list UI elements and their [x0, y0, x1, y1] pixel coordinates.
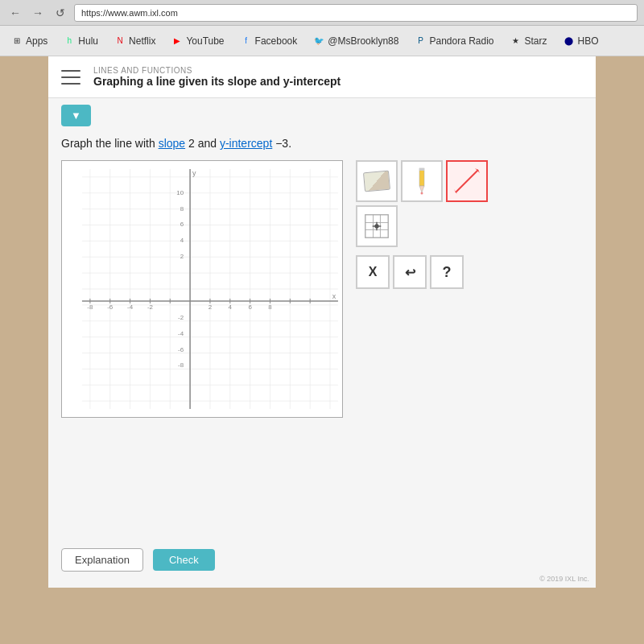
- svg-line-64: [456, 170, 478, 192]
- tools-row-3: X ↩ ?: [356, 255, 488, 289]
- svg-text:-8: -8: [178, 361, 184, 369]
- clear-button[interactable]: X: [356, 255, 390, 289]
- dropdown-arrow-icon: ▼: [71, 109, 81, 122]
- svg-text:6: 6: [180, 221, 184, 228]
- svg-text:y: y: [192, 169, 196, 177]
- intercept-value: −3.: [272, 137, 291, 150]
- svg-text:-2: -2: [147, 303, 154, 311]
- line-tool-button[interactable]: [446, 160, 488, 202]
- starz-label: Starz: [525, 35, 547, 47]
- hbo-icon: ⬤: [564, 35, 575, 47]
- bookmark-pandora[interactable]: P Pandora Radio: [410, 34, 498, 48]
- svg-text:8: 8: [180, 205, 184, 213]
- intercept-term: y-intercept: [220, 137, 272, 150]
- facebook-icon: f: [241, 35, 252, 47]
- svg-text:x: x: [332, 292, 336, 300]
- problem-text-before: Graph the line with: [61, 137, 159, 150]
- svg-text:4: 4: [229, 303, 233, 311]
- svg-rect-62: [419, 168, 424, 171]
- check-button[interactable]: Check: [153, 549, 215, 571]
- slope-term: slope: [159, 137, 185, 150]
- bottom-actions: Explanation Check: [61, 548, 215, 572]
- address-bar[interactable]: https://www.awm.ixl.com: [74, 4, 638, 22]
- svg-text:-6: -6: [178, 346, 184, 353]
- twitter-label: @MsBrooklyn88: [328, 35, 398, 47]
- eraser-tool-button[interactable]: [356, 160, 398, 202]
- bookmark-youtube[interactable]: ▶ YouTube: [167, 34, 229, 48]
- netflix-icon: N: [114, 35, 126, 47]
- svg-point-63: [421, 192, 423, 195]
- undo-icon: ↩: [405, 265, 415, 280]
- apps-label: Apps: [26, 35, 47, 47]
- svg-rect-60: [419, 168, 424, 186]
- hamburger-menu-button[interactable]: [61, 70, 80, 85]
- browser-chrome: ← → ↺ https://www.awm.ixl.com ⊞ Apps h H…: [0, 0, 644, 56]
- svg-text:2: 2: [180, 253, 184, 260]
- slope-value: 2: [185, 137, 195, 150]
- pencil-tool-button[interactable]: [401, 160, 443, 202]
- facebook-label: Facebook: [255, 35, 298, 47]
- back-button[interactable]: ←: [6, 4, 24, 22]
- bookmark-facebook[interactable]: f Facebook: [236, 34, 303, 48]
- bookmark-hulu[interactable]: h Hulu: [59, 34, 103, 48]
- bookmarks-bar: ⊞ Apps h Hulu N Netflix ▶ YouTube f Face…: [0, 26, 644, 56]
- youtube-icon: ▶: [171, 35, 183, 47]
- apps-icon: ⊞: [11, 35, 23, 47]
- help-button[interactable]: ?: [430, 255, 464, 289]
- help-icon: ?: [443, 264, 452, 281]
- youtube-label: YouTube: [186, 35, 224, 47]
- svg-marker-61: [419, 186, 424, 192]
- svg-text:8: 8: [268, 303, 272, 311]
- svg-text:10: 10: [176, 189, 184, 196]
- copyright-text: © 2019 IXL Inc.: [539, 575, 589, 583]
- hulu-label: Hulu: [78, 35, 98, 47]
- netflix-label: Netflix: [129, 35, 155, 47]
- app-topbar: Lines and Functions Graphing a line give…: [48, 56, 596, 98]
- tools-panel: X ↩ ?: [356, 160, 488, 289]
- hulu-icon: h: [64, 35, 75, 47]
- content-panel: Lines and Functions Graphing a line give…: [48, 56, 596, 588]
- twitter-icon: 🐦: [313, 35, 324, 47]
- forward-button[interactable]: →: [29, 4, 47, 22]
- screen-area: Lines and Functions Graphing a line give…: [0, 56, 644, 644]
- svg-text:-8: -8: [87, 303, 93, 311]
- bookmark-starz[interactable]: ★ Starz: [506, 34, 552, 48]
- toolbar: ▼: [48, 98, 596, 133]
- bookmark-twitter[interactable]: 🐦 @MsBrooklyn88: [308, 34, 403, 48]
- svg-text:-4: -4: [178, 330, 184, 337]
- problem-area: Graph the line with slope 2 and y-interc…: [48, 133, 596, 160]
- main-content: -8 -6 -4 -2 2 4 6 8 10 8 6 4 2 -2 -4 -: [48, 160, 596, 418]
- undo-button[interactable]: ↩: [393, 255, 427, 289]
- coordinate-graph[interactable]: -8 -6 -4 -2 2 4 6 8 10 8 6 4 2 -2 -4 -: [62, 161, 342, 417]
- breadcrumb: Lines and Functions: [93, 66, 341, 75]
- dropdown-button[interactable]: ▼: [61, 105, 91, 126]
- graph-container[interactable]: -8 -6 -4 -2 2 4 6 8 10 8 6 4 2 -2 -4 -: [61, 160, 343, 418]
- bookmark-apps[interactable]: ⊞ Apps: [6, 34, 52, 48]
- explanation-button[interactable]: Explanation: [61, 548, 143, 572]
- pandora-label: Pandora Radio: [429, 35, 493, 47]
- navigation-bar: ← → ↺ https://www.awm.ixl.com: [0, 0, 644, 26]
- bookmark-netflix[interactable]: N Netflix: [109, 34, 160, 48]
- svg-text:6: 6: [248, 303, 252, 311]
- svg-text:-6: -6: [107, 303, 114, 311]
- tools-row-2: [356, 205, 488, 247]
- hbo-label: HBO: [578, 35, 599, 47]
- starz-icon: ★: [510, 35, 522, 47]
- x-icon: X: [369, 265, 378, 279]
- tools-row-1: [356, 160, 488, 202]
- problem-text-middle: and: [195, 137, 220, 150]
- grid-tool-button[interactable]: [356, 205, 398, 247]
- svg-text:2: 2: [208, 303, 213, 311]
- app-header: Lines and Functions Graphing a line give…: [93, 66, 341, 88]
- svg-text:-4: -4: [127, 303, 134, 311]
- bookmark-hbo[interactable]: ⬤ HBO: [559, 34, 604, 48]
- svg-text:4: 4: [180, 237, 184, 244]
- svg-text:-2: -2: [178, 314, 184, 321]
- address-text: https://www.awm.ixl.com: [81, 8, 178, 18]
- page-title: Graphing a line given its slope and y-in…: [93, 75, 341, 88]
- pandora-icon: P: [415, 35, 426, 47]
- reload-button[interactable]: ↺: [52, 4, 69, 22]
